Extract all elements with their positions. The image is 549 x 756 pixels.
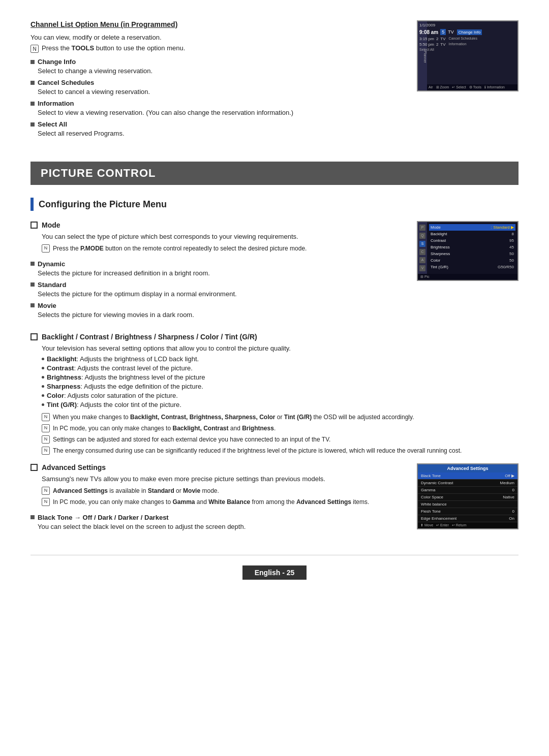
tv-picture-menu-list: Mode : Standard ▶ Backlight 8 Contrast 9… — [427, 222, 517, 274]
tv-bottom-bar-channel: Air⊞ Zoom↵ Select⚙ Toolsℹ Information — [427, 84, 517, 90]
mode-section: Mode You can select the type of picture … — [30, 221, 518, 323]
backlight-title: Backlight / Contrast / Brightness / Shar… — [30, 333, 518, 341]
note-icon-adv-1: N — [42, 487, 50, 495]
section-header-picture-control: PICTURE CONTROL — [30, 162, 518, 185]
tv-row-1: 3:15 pm2TV Cancel Schedules — [419, 37, 516, 41]
note-icon-bl-3: N — [42, 435, 50, 444]
note-icon-bl-1: N — [42, 413, 50, 421]
bullet-cancel-schedules — [30, 81, 35, 85]
tv-advanced-row-edge: Edge EnhancementOn — [418, 515, 517, 522]
note-icon-tools: N — [30, 45, 39, 53]
tv-advanced-screen: Advanced Settings Black ToneOff ▶ Dynami… — [417, 463, 518, 529]
backlight-note-2: N In PC mode, you can only make changes … — [42, 424, 518, 433]
tv-picture-row-brightness: Brightness 45 — [429, 244, 515, 250]
bullet-standard — [30, 282, 35, 287]
note-icon-adv-2: N — [42, 498, 50, 506]
tv-picture-top: P Q S C A V Mode : Standard ▶ Backlig — [418, 222, 517, 274]
note-icon-bl-4: N — [42, 447, 50, 455]
dot-contrast — [42, 367, 44, 369]
advanced-desc: Samsung's new TVs allow you to make even… — [42, 474, 402, 484]
submenu-movie-desc: Selects the picture for viewing movies i… — [38, 311, 402, 319]
dot-brightness — [42, 376, 44, 379]
mode-desc: You can select the type of picture which… — [42, 232, 402, 242]
menu-item-information-desc: Select to view a viewing reservation. (Y… — [38, 109, 402, 116]
menu-item-change-info: Change Info Select to change a viewing r… — [30, 58, 402, 75]
blue-bar-configuring — [30, 198, 34, 211]
tv-picture-screen: P Q S C A V Mode : Standard ▶ Backlig — [417, 221, 518, 281]
tv-picture-sidebar: P Q S C A V — [418, 222, 427, 274]
bullet-color: Color: Adjusts color saturation of the p… — [42, 392, 518, 399]
backlight-note-1: N When you make changes to Backlight, Co… — [42, 413, 518, 422]
icon-picture-q: Q — [419, 233, 425, 239]
advanced-title: Advanced Settings — [30, 463, 402, 471]
tv-advanced-row-colorspace: Color SpaceNative — [418, 494, 517, 501]
submenu-movie: Movie Selects the picture for viewing mo… — [30, 302, 402, 319]
checkbox-advanced: Advanced Settings Samsung's new TVs allo… — [30, 463, 402, 507]
subsection-header-configuring: Configuring the Picture Menu — [30, 198, 518, 211]
channel-list-section: Channel List Option Menu (in Programmed)… — [30, 20, 518, 141]
submenu-standard-title: Standard — [30, 281, 402, 289]
bullet-tint: Tint (G/R): Adjusts the color tint of th… — [42, 401, 518, 408]
dot-sharpness — [42, 385, 44, 388]
tv-screen-channel-list: Planner 1/1/2009 9:08 am 5 TV Change Inf… — [417, 20, 518, 91]
tv-advanced-header: Advanced Settings — [418, 464, 517, 472]
icon-picture-s: S — [419, 241, 425, 247]
tv-picture-bottom-bar: ⊞ Pic — [418, 274, 517, 280]
bullet-backlight: Backlight: Adjusts the brightness of LCD… — [42, 355, 518, 363]
submenu-standard-desc: Selects the picture for the optimum disp… — [38, 290, 402, 298]
submenu-dynamic: Dynamic Selects the picture for increase… — [30, 260, 402, 277]
menu-item-information: Information Select to view a viewing res… — [30, 100, 402, 116]
bullet-information — [30, 102, 35, 106]
tv-date: 1/1/2009 — [419, 23, 516, 27]
icon-picture-a: A — [419, 257, 425, 263]
backlight-section: Backlight / Contrast / Brightness / Shar… — [30, 333, 518, 456]
tv-picture-row-sharpness: Sharpness 50 — [429, 250, 515, 257]
advanced-note-2: N In PC mode, you can only make changes … — [42, 497, 402, 507]
note-icon-bl-2: N — [42, 424, 50, 432]
icon-picture-v: V — [419, 265, 425, 271]
icon-picture-c: C — [419, 249, 425, 255]
backlight-desc: Your television has several setting opti… — [42, 343, 518, 354]
bullet-black-tone — [30, 515, 35, 519]
advanced-settings-section: Advanced Settings Samsung's new TVs allo… — [30, 463, 518, 534]
tv-advanced-row-blacktone: Black ToneOff ▶ — [418, 472, 517, 480]
submenu-black-tone-title: Black Tone → Off / Dark / Darker / Darke… — [30, 514, 402, 521]
channel-list-title: Channel List Option Menu (in Programmed) — [30, 20, 402, 28]
menu-item-select-all-title: Select All — [30, 120, 402, 128]
tv-picture-row-color: Color 50 — [429, 257, 515, 264]
menu-item-cancel-schedules-title: Cancel Schedules — [30, 79, 402, 86]
dot-color — [42, 394, 44, 397]
submenu-dynamic-title: Dynamic — [30, 260, 402, 268]
advanced-content-left: Advanced Settings Samsung's new TVs allo… — [30, 463, 402, 534]
channel-intro-1: You can view, modify or delete a reserva… — [30, 34, 402, 41]
submenu-dynamic-desc: Selects the picture for increased defini… — [38, 269, 402, 277]
menu-item-change-info-desc: Select to change a viewing reservation. — [38, 67, 402, 75]
checkbox-icon-backlight — [30, 333, 38, 340]
section-title-picture-control: PICTURE CONTROL — [41, 167, 156, 179]
menu-item-cancel-schedules: Cancel Schedules Select to cancel a view… — [30, 79, 402, 96]
channel-intro-2-text: Press the TOOLS button to use the option… — [42, 44, 185, 52]
bullet-change-info — [30, 60, 35, 64]
submenu-black-tone-desc: You can select the black level on the sc… — [38, 523, 402, 530]
bullet-sharpness: Sharpness: Adjusts the edge definition o… — [42, 383, 518, 390]
tv-picture-row-tint: Tint (G/R) G50/R50 — [429, 264, 515, 270]
tv-advanced-row-fleshtone: Flesh Tone0 — [418, 508, 517, 515]
checkbox-icon-mode — [30, 222, 38, 229]
backlight-note-3: N Settings can be adjusted and stored fo… — [42, 435, 518, 444]
mode-content-left: Mode You can select the type of picture … — [30, 221, 402, 323]
menu-item-cancel-schedules-desc: Select to cancel a viewing reservation. — [38, 88, 402, 96]
mode-title: Mode — [30, 221, 402, 229]
menu-item-select-all-desc: Select all reserved Programs. — [38, 130, 402, 137]
note-icon-pmode: N — [42, 244, 50, 253]
bullet-select-all — [30, 122, 35, 127]
backlight-note-4: N The energy consumed during use can be … — [42, 446, 518, 455]
mode-note-text: Press the P.MODE button on the remote co… — [53, 244, 307, 253]
bullet-dynamic — [30, 262, 35, 266]
mode-note: N Press the P.MODE button on the remote … — [42, 244, 402, 253]
tv-advanced-row-whitebalance: White balance — [418, 501, 517, 508]
tv-row-2: 5:50 pm2TV Information — [419, 42, 516, 47]
channel-list-content: Channel List Option Menu (in Programmed)… — [30, 20, 402, 141]
channel-intro-note: N Press the TOOLS button to use the opti… — [30, 44, 402, 53]
picture-control-section: PICTURE CONTROL Configuring the Picture … — [30, 162, 518, 534]
bullet-brightness: Brightness: Adjusts the brightness level… — [42, 373, 518, 381]
